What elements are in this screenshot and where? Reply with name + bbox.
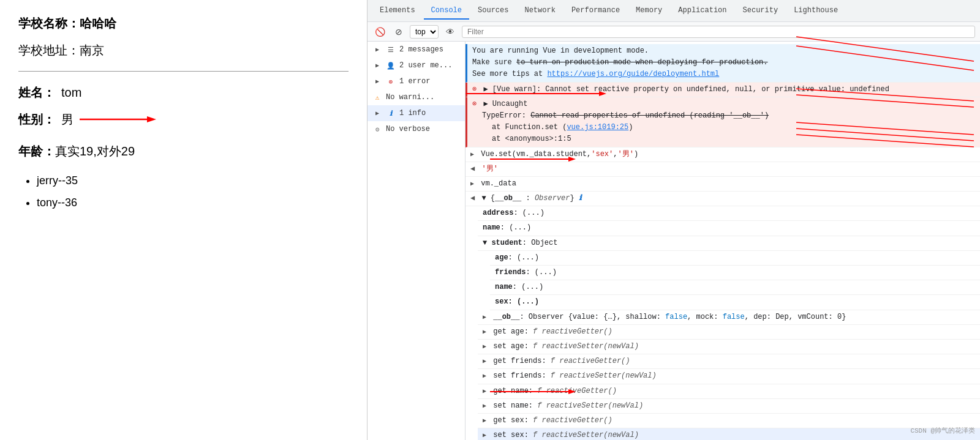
sidebar-messages-label: 2 messages [399, 45, 443, 54]
expand-arrow-icon-2: ▶ [372, 61, 382, 70]
filter-button[interactable]: ⊘ [393, 26, 405, 38]
name-value: tom [61, 81, 81, 103]
return-arrow: ◀ [470, 165, 475, 173]
sidebar-info[interactable]: ▶ ℹ 1 info [368, 105, 465, 121]
vue-set-text: Vue.set(vm._data.student,'sex','男') [481, 150, 638, 158]
sidebar-all-messages[interactable]: ▶ ☰ 2 messages [368, 42, 465, 58]
list-item-1: jerry--35 [37, 170, 349, 192]
student-prop: ▼ student: Object [478, 236, 980, 251]
svg-marker-1 [147, 116, 156, 122]
vue-set-line: ▶ Vue.set(vm._data.student,'sex','男') [466, 147, 980, 162]
expand-triangle-5[interactable]: ▶ [483, 329, 486, 335]
get-sex-prop: ▶ get sex: f reactiveGetter() [478, 414, 980, 428]
sidebar-user-label: 2 user me... [399, 61, 452, 70]
console-toolbar: 🚫 ⊘ top 👁 [368, 22, 980, 42]
sidebar-error-label: 1 error [399, 77, 430, 86]
tab-performance[interactable]: Performance [564, 2, 627, 20]
info-icon: ℹ [386, 108, 396, 118]
error-icon: ⊗ [386, 76, 396, 86]
vue-info-line: You are running Vue in development mode.… [466, 44, 980, 83]
vue-docs-link[interactable]: https://vuejs.org/guide/deployment.html [547, 70, 719, 78]
tab-lighthouse[interactable]: Lighthouse [786, 2, 845, 20]
sex-prop: sex: (...) [490, 295, 980, 310]
get-friends-prop: ▶ get friends: f reactiveGetter() [478, 354, 980, 369]
tab-security[interactable]: Security [736, 2, 786, 20]
set-friends-text: set friends: f reactiveSetter(newVal) [493, 371, 656, 380]
expand-triangle[interactable]: ▶ [470, 151, 474, 158]
get-age-prop: ▶ get age: f reactiveGetter() [478, 325, 980, 340]
sidebar-info-label: 1 info [399, 109, 426, 117]
vue-warn-text: ▶ [Vue warn]: Cannot set reactive proper… [483, 85, 889, 94]
vm-data-text: vm._data [481, 179, 516, 188]
tab-memory[interactable]: Memory [628, 2, 669, 20]
sidebar-errors[interactable]: ▶ ⊗ 1 error [368, 73, 465, 89]
friends-prop: friends: (...) [490, 266, 980, 280]
school-name: 学校名称：哈哈哈 [18, 12, 349, 34]
sidebar-verbose[interactable]: ⚙ No verbose [368, 121, 465, 137]
expand-triangle-11[interactable]: ▶ [483, 417, 486, 424]
filter-input[interactable] [462, 26, 975, 38]
get-sex-text: get sex: f reactiveGetter() [493, 416, 612, 425]
vue-source-link[interactable]: vue.js:1019:25 [567, 123, 628, 132]
clear-console-button[interactable]: 🚫 [372, 26, 388, 38]
set-age-text: set age: f reactiveSetter(newVal) [493, 342, 639, 351]
expand-arrow-icon-3: ▶ [372, 76, 382, 86]
expand-arrow-obj[interactable]: ▼ [481, 194, 486, 203]
set-name-prop: ▶ set name: f reactiveSetter(newVal) [478, 399, 980, 414]
return-value: '男' [481, 165, 497, 173]
ob-observer-text: __ob__: Observer {value: {…}, shallow: f… [493, 313, 846, 321]
expand-triangle-12[interactable]: ▶ [483, 432, 486, 439]
eye-button[interactable]: 👁 [443, 26, 457, 38]
sidebar-warnings[interactable]: ⚠ No warni... [368, 89, 465, 105]
uncaught-error-line: ⊗ ▶ Uncaught TypeError: Cannot read prop… [466, 97, 980, 147]
devtools-tabs: Elements Console Sources Network Perform… [368, 0, 980, 22]
school-name-label: 学校名称： [18, 17, 80, 30]
expand-triangle-9[interactable]: ▶ [483, 388, 486, 395]
sidebar-user-messages[interactable]: ▶ 👤 2 user me... [368, 58, 465, 73]
divider [18, 71, 349, 72]
age-prop: age: (...) [490, 251, 980, 266]
age-key: age: (...) [495, 253, 539, 262]
list-item-2: tony--36 [37, 192, 349, 214]
vm-data-line: ▶ vm._data [466, 177, 980, 192]
list-icon: ☰ [386, 45, 396, 54]
console-sidebar: ▶ ☰ 2 messages ▶ 👤 2 user me... ▶ ⊗ 1 er… [368, 42, 466, 440]
name-prop: name: (...) [478, 221, 980, 236]
sex-key: sex: (...) [495, 297, 539, 306]
tab-network[interactable]: Network [517, 2, 562, 20]
verbose-icon: ⚙ [372, 124, 382, 134]
error-circle-icon-2: ⊗ [472, 100, 477, 108]
console-body: ▶ ☰ 2 messages ▶ 👤 2 user me... ▶ ⊗ 1 er… [368, 42, 980, 440]
student-name-key: name: (...) [495, 283, 543, 291]
gender-arrow [80, 113, 159, 125]
expand-triangle-10[interactable]: ▶ [483, 403, 486, 409]
expand-triangle-2[interactable]: ▶ [470, 181, 474, 187]
warn-icon: ⚠ [372, 92, 382, 102]
get-name-text: get name: f reactiveGetter() [493, 387, 617, 395]
age-field: 年龄：真实19,对外29 [18, 140, 349, 162]
error-circle-icon: ⊗ [472, 85, 477, 94]
expand-triangle-6[interactable]: ▶ [483, 343, 486, 350]
set-friends-prop: ▶ set friends: f reactiveSetter(newVal) [478, 369, 980, 384]
expand-triangle-3[interactable]: ▼ [483, 239, 487, 247]
tab-elements[interactable]: Elements [372, 2, 423, 20]
tab-application[interactable]: Application [671, 2, 734, 20]
school-addr-label: 学校地址： [18, 43, 80, 57]
context-select[interactable]: top [410, 25, 439, 39]
sidebar-warn-label: No warni... [386, 93, 434, 102]
obj-return-line: ◀ ▼ {__ob__ : Observer} ℹ [466, 192, 980, 206]
set-sex-prop: ▶ set sex: f reactiveSetter(newVal) [478, 428, 980, 440]
set-sex-text: set sex: f reactiveSetter(newVal) [493, 431, 639, 439]
console-output: You are running Vue in development mode.… [466, 42, 980, 440]
expand-triangle-7[interactable]: ▶ [483, 358, 486, 365]
tab-sources[interactable]: Sources [470, 2, 516, 20]
school-name-value: 哈哈哈 [80, 17, 116, 30]
expand-triangle-4[interactable]: ▶ [483, 314, 486, 321]
gender-value: 男 [61, 108, 74, 130]
address-key: address: (...) [483, 209, 545, 217]
arrow-svg [80, 113, 159, 125]
tab-console[interactable]: Console [424, 2, 469, 20]
set-age-prop: ▶ set age: f reactiveSetter(newVal) [478, 340, 980, 354]
expand-triangle-8[interactable]: ▶ [483, 373, 486, 379]
name-key: name: (...) [483, 223, 531, 232]
